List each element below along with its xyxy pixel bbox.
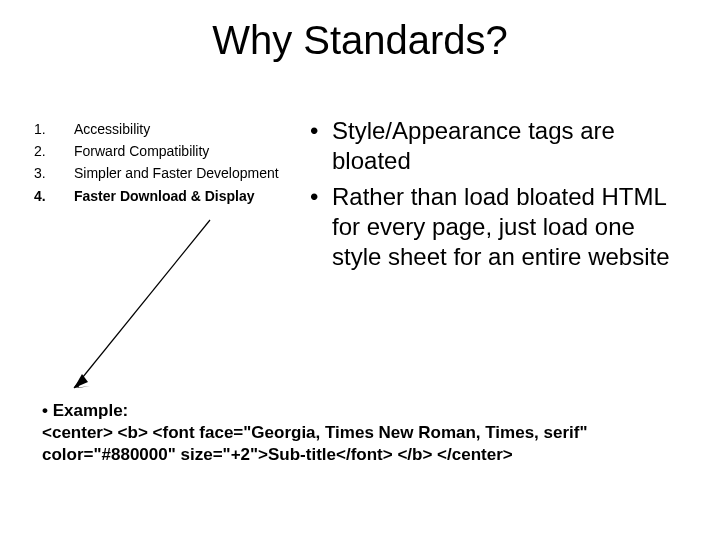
bullet-marker: • <box>310 116 332 176</box>
list-number: 3. <box>34 164 74 182</box>
svg-marker-2 <box>74 374 88 388</box>
bullet-list: • Style/Appearance tags are bloated • Ra… <box>310 116 690 278</box>
slide: Why Standards? 1. Accessibility 2. Forwa… <box>0 0 720 540</box>
list-item: 3. Simpler and Faster Development <box>34 164 294 182</box>
example-code: <center> <b> <font face="Georgia, Times … <box>42 422 682 466</box>
list-number: 1. <box>34 120 74 138</box>
example-label: • Example: <box>42 400 682 422</box>
list-text: Simpler and Faster Development <box>74 164 294 182</box>
example-block: • Example: <center> <b> <font face="Geor… <box>42 400 682 466</box>
list-number: 4. <box>34 187 74 205</box>
svg-line-0 <box>74 220 210 388</box>
list-text: Faster Download & Display <box>74 187 294 205</box>
numbered-list: 1. Accessibility 2. Forward Compatibilit… <box>34 120 294 209</box>
slide-title: Why Standards? <box>0 18 720 63</box>
list-item-active: 4. Faster Download & Display <box>34 187 294 205</box>
svg-marker-1 <box>74 376 90 388</box>
bullet-item: • Style/Appearance tags are bloated <box>310 116 690 176</box>
arrow-icon <box>60 210 220 400</box>
list-item: 2. Forward Compatibility <box>34 142 294 160</box>
bullet-text: Rather than load bloated HTML for every … <box>332 182 690 272</box>
list-item: 1. Accessibility <box>34 120 294 138</box>
list-number: 2. <box>34 142 74 160</box>
bullet-text: Style/Appearance tags are bloated <box>332 116 690 176</box>
list-text: Forward Compatibility <box>74 142 294 160</box>
bullet-item: • Rather than load bloated HTML for ever… <box>310 182 690 272</box>
list-text: Accessibility <box>74 120 294 138</box>
bullet-marker: • <box>310 182 332 272</box>
